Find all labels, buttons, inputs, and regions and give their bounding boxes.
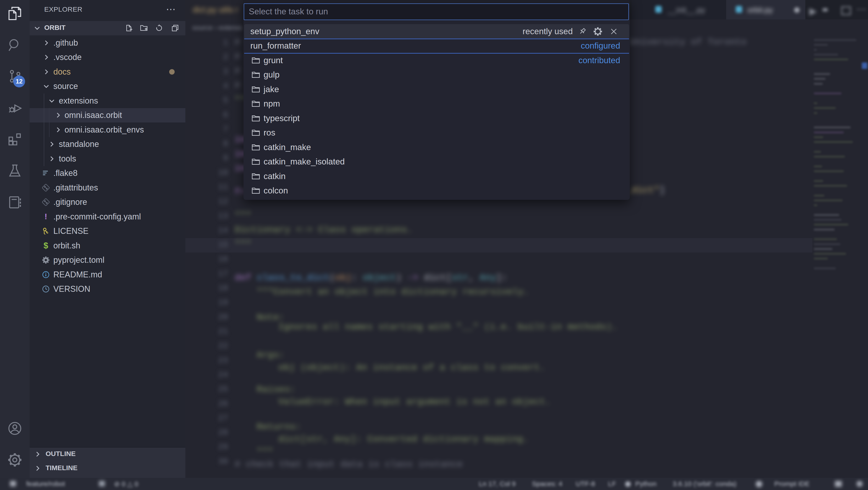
svg-text:$: $ (43, 241, 48, 250)
svg-text:!: ! (44, 212, 47, 221)
